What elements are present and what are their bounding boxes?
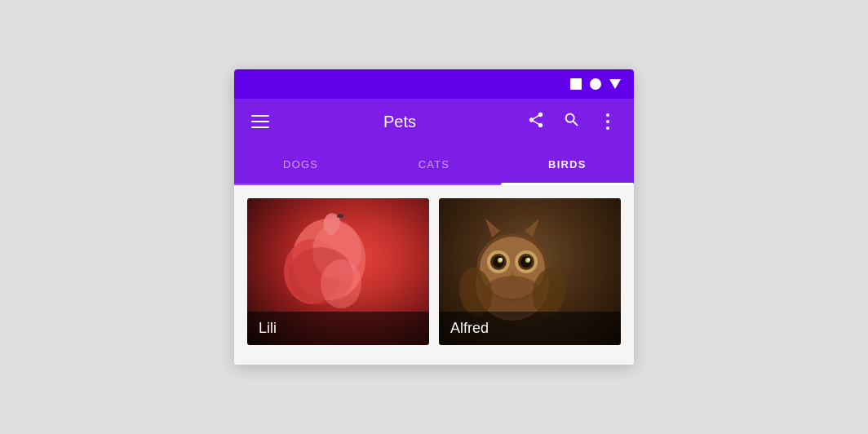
tab-dogs[interactable]: DOGS [234,144,367,184]
card-lili[interactable]: Lili [247,198,429,345]
hamburger-icon [251,115,269,128]
card-alfred-label: Alfred [439,312,621,345]
flamingo-illustration [264,210,378,325]
status-icon-square [570,78,582,90]
app-title: Pets [286,113,513,131]
share-button[interactable] [523,108,549,135]
search-button[interactable] [559,108,585,135]
tab-bar: DOGS CATS BIRDS [234,144,634,185]
card-alfred[interactable]: Alfred [439,198,621,345]
svg-marker-20 [525,219,539,237]
svg-point-4 [321,259,361,308]
share-icon [527,111,545,132]
svg-point-17 [527,258,530,261]
status-icon-circle [590,78,601,90]
more-button[interactable] [595,108,621,135]
tab-birds[interactable]: BIRDS [501,144,634,184]
card-lili-label: Lili [247,312,429,345]
search-icon [563,111,581,132]
more-icon [606,113,609,130]
status-bar [234,69,634,99]
svg-marker-19 [485,219,500,237]
content-area: Lili [234,185,634,365]
app-bar: Pets [234,99,634,144]
owl-illustration [459,206,565,325]
status-icon-triangle [609,79,621,89]
phone-frame: Pets DOGS [234,69,634,365]
menu-button[interactable] [247,108,273,135]
svg-point-12 [499,258,503,261]
tab-cats[interactable]: CATS [367,144,500,184]
